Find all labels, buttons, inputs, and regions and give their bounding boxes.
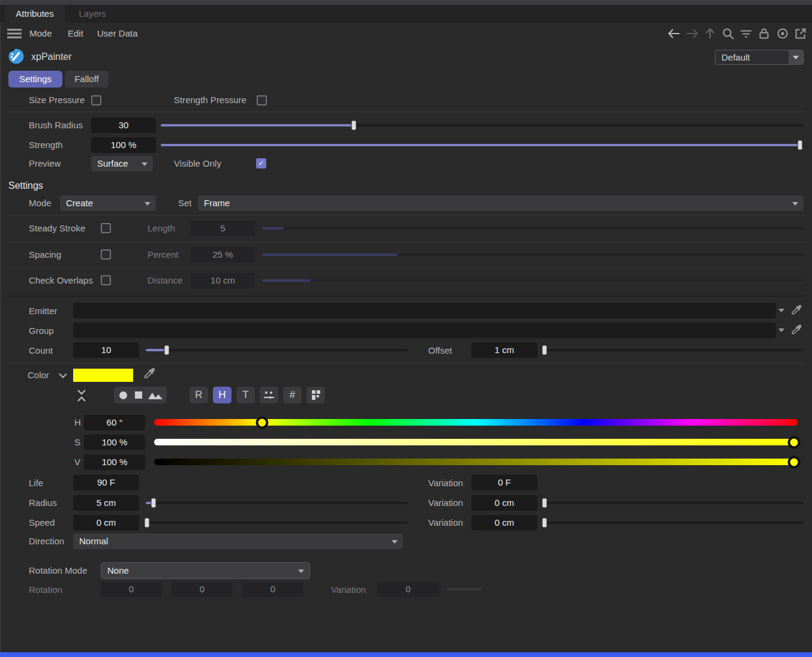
preset-arrow-button[interactable] bbox=[789, 50, 803, 64]
track-record-icon[interactable] bbox=[776, 27, 789, 40]
color-swatch[interactable] bbox=[73, 369, 133, 382]
rotation-x-input[interactable]: 0 bbox=[101, 581, 162, 597]
saturation-gradient-slider[interactable] bbox=[154, 439, 798, 445]
spacing-checkbox[interactable] bbox=[101, 249, 111, 260]
rotation-z-input[interactable]: 0 bbox=[242, 581, 303, 597]
tab-layers[interactable]: Layers bbox=[65, 5, 120, 23]
bottom-accent-bar bbox=[0, 652, 812, 657]
separator bbox=[7, 215, 805, 216]
color-mixer-button[interactable] bbox=[260, 387, 278, 403]
visible-only-checkbox[interactable] bbox=[256, 158, 266, 168]
settings-tab-button[interactable]: Settings bbox=[8, 71, 62, 88]
preset-dropdown[interactable]: Default bbox=[715, 50, 804, 65]
preview-dropdown[interactable]: Surface bbox=[91, 156, 153, 171]
menu-mode[interactable]: Mode bbox=[29, 26, 52, 41]
set-dropdown[interactable]: Frame bbox=[198, 195, 804, 211]
rotation-variation-slider bbox=[447, 588, 482, 590]
hue-input[interactable]: 60 ° bbox=[84, 415, 145, 430]
group-link-field[interactable] bbox=[73, 323, 776, 338]
color-expand-chevron-icon[interactable] bbox=[59, 373, 67, 378]
speed-input[interactable]: 0 cm bbox=[73, 515, 139, 531]
hue-gradient-slider[interactable] bbox=[154, 419, 798, 426]
history-forward-icon[interactable] bbox=[685, 27, 699, 40]
distance-input[interactable]: 10 cm bbox=[191, 273, 255, 288]
life-variation-input[interactable]: 0 F bbox=[471, 475, 537, 490]
settings-group-heading[interactable]: Settings bbox=[8, 178, 43, 194]
size-pressure-checkbox[interactable] bbox=[91, 95, 101, 106]
group-picker-icon[interactable] bbox=[789, 324, 802, 337]
offset-slider[interactable] bbox=[543, 349, 804, 351]
saturation-letter: S bbox=[74, 434, 80, 451]
steady-stroke-checkbox[interactable] bbox=[101, 223, 111, 233]
color-mode-rgb-button[interactable]: R bbox=[190, 387, 208, 403]
search-icon[interactable] bbox=[721, 27, 735, 40]
color-wheel-mode-icon[interactable] bbox=[119, 391, 127, 399]
saturation-input[interactable]: 100 % bbox=[84, 435, 145, 450]
filter-icon[interactable] bbox=[739, 27, 753, 40]
color-shape-mode-group bbox=[114, 387, 167, 403]
radius-input[interactable]: 5 cm bbox=[73, 495, 139, 511]
emitter-link-field[interactable] bbox=[73, 303, 776, 318]
length-input[interactable]: 5 bbox=[191, 221, 255, 236]
set-value: Frame bbox=[204, 198, 230, 208]
percent-input[interactable]: 25 % bbox=[191, 247, 255, 263]
speed-variation-input[interactable]: 0 cm bbox=[471, 515, 537, 531]
direction-dropdown[interactable]: Normal bbox=[73, 534, 403, 549]
value-input[interactable]: 100 % bbox=[84, 454, 145, 470]
menu-user-data[interactable]: User Data bbox=[97, 26, 138, 41]
hamburger-menu-icon[interactable] bbox=[7, 29, 22, 38]
count-slider[interactable] bbox=[146, 349, 408, 351]
go-up-icon[interactable] bbox=[703, 27, 717, 40]
set-label: Set bbox=[178, 194, 192, 212]
offset-input[interactable]: 1 cm bbox=[471, 342, 537, 358]
brush-radius-label: Brush Radius bbox=[29, 116, 83, 134]
radius-slider[interactable] bbox=[146, 502, 408, 504]
panel-tab-bar: Attributes Layers bbox=[0, 5, 812, 23]
group-dropdown-arrow-icon[interactable] bbox=[778, 328, 784, 332]
count-input[interactable]: 10 bbox=[73, 342, 139, 358]
saturation-slider-handle[interactable] bbox=[787, 436, 800, 448]
open-new-window-icon[interactable] bbox=[794, 27, 807, 40]
mode-dropdown[interactable]: Create bbox=[60, 195, 156, 211]
check-overlaps-checkbox[interactable] bbox=[101, 275, 111, 285]
count-label: Count bbox=[29, 342, 53, 360]
color-picker-icon[interactable] bbox=[142, 367, 156, 381]
collapse-icon[interactable] bbox=[76, 388, 88, 403]
value-slider-handle[interactable] bbox=[787, 456, 800, 468]
separator bbox=[7, 268, 805, 269]
strength-slider[interactable] bbox=[161, 144, 804, 146]
brush-radius-input[interactable]: 30 bbox=[91, 117, 156, 133]
hue-letter: H bbox=[74, 414, 81, 431]
radius-variation-input[interactable]: 0 cm bbox=[471, 495, 537, 511]
color-mode-hsv-button[interactable]: H bbox=[213, 387, 231, 403]
percent-label: Percent bbox=[148, 246, 179, 264]
rotation-y-input[interactable]: 0 bbox=[172, 581, 233, 597]
value-gradient-slider[interactable] bbox=[154, 459, 798, 465]
falloff-tab-button[interactable]: Falloff bbox=[65, 71, 109, 88]
rotation-mode-dropdown[interactable]: None bbox=[101, 562, 310, 579]
rotation-variation-input[interactable]: 0 bbox=[377, 581, 440, 597]
tab-attributes[interactable]: Attributes bbox=[5, 5, 65, 23]
color-swatches-button[interactable] bbox=[306, 387, 325, 403]
hue-slider-handle[interactable] bbox=[256, 416, 269, 429]
speed-variation-slider[interactable] bbox=[543, 522, 804, 524]
offset-label: Offset bbox=[428, 342, 452, 360]
emitter-dropdown-arrow-icon[interactable] bbox=[778, 309, 784, 312]
rotation-variation-label: Variation bbox=[331, 581, 366, 599]
menu-edit[interactable]: Edit bbox=[68, 26, 83, 41]
emitter-label: Emitter bbox=[29, 302, 58, 320]
color-spectrum-mode-icon[interactable] bbox=[148, 391, 163, 399]
brush-radius-slider[interactable] bbox=[161, 124, 804, 126]
color-mode-temp-button[interactable]: T bbox=[236, 387, 255, 403]
strength-input[interactable]: 100 % bbox=[91, 137, 156, 153]
radius-variation-slider[interactable] bbox=[543, 502, 804, 504]
lock-icon[interactable] bbox=[757, 27, 771, 40]
life-input[interactable]: 90 F bbox=[73, 475, 139, 490]
history-back-icon[interactable] bbox=[667, 27, 681, 40]
color-square-mode-icon[interactable] bbox=[135, 391, 142, 399]
separator bbox=[7, 242, 805, 242]
speed-slider[interactable] bbox=[146, 522, 408, 524]
emitter-picker-icon[interactable] bbox=[789, 304, 802, 317]
color-hex-button[interactable]: # bbox=[283, 387, 302, 403]
strength-pressure-checkbox[interactable] bbox=[257, 95, 267, 106]
